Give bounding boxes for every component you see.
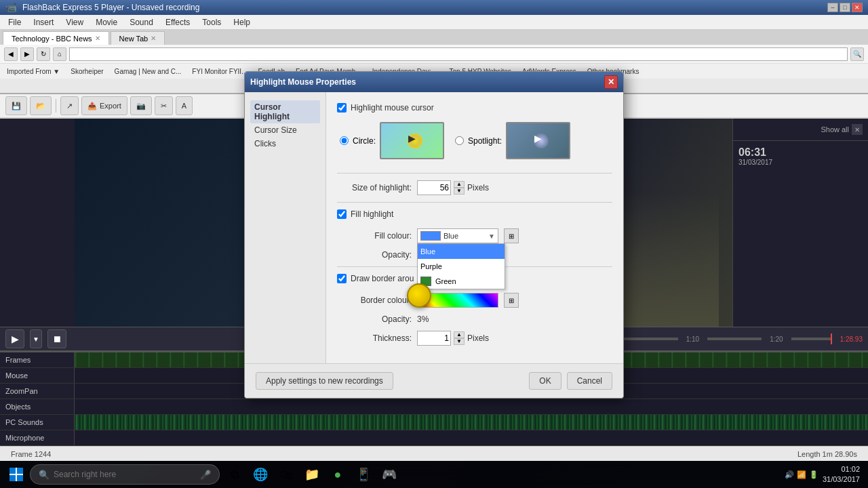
windows-logo-bl [9, 475, 16, 481]
size-label: Size of highlight: [337, 183, 412, 192]
thickness-input[interactable]: 1 [417, 331, 451, 346]
apply-settings-button[interactable]: Apply settings to new recordings [256, 372, 393, 390]
taskbar-app-edge[interactable]: 🌐 [248, 462, 273, 487]
taskbar-search-input[interactable] [54, 470, 196, 479]
border-colour-label: Border colour: [337, 296, 412, 305]
spotlight-radio[interactable] [455, 136, 464, 145]
thickness-row: Thickness: 1 ▲ ▼ Pixels [337, 331, 612, 346]
taskbar-apps: ⧉ 🌐 🛍 📁 ● 📱 🎮 [222, 462, 401, 487]
modal-close-button[interactable]: ✕ [604, 75, 618, 89]
taskbar-app-task-view[interactable]: ⧉ [222, 462, 247, 487]
tray-icon-3[interactable]: 🔋 [809, 470, 818, 479]
nav-cursor-size[interactable]: Cursor Size [250, 123, 320, 137]
drag-cursor-handle[interactable] [407, 283, 431, 308]
thickness-up-arrow[interactable]: ▲ [454, 331, 465, 338]
divider-1 [337, 173, 612, 174]
modal-footer-right: OK Cancel [529, 372, 612, 390]
size-up-arrow[interactable]: ▲ [454, 181, 465, 188]
colour-option-purple[interactable]: Purple [418, 259, 505, 274]
draw-border-checkbox[interactable] [337, 274, 347, 283]
thickness-spinner: ▲ ▼ [454, 331, 465, 345]
border-custom-colour-button[interactable]: ⊞ [504, 293, 519, 308]
spotlight-label: Spotlight: [468, 136, 502, 146]
fill-colour-value: Blue [441, 232, 488, 240]
ok-button[interactable]: OK [529, 372, 561, 390]
cursor-in-circle: ▶ [408, 133, 416, 144]
cursor-in-spotlight: ▶ [534, 133, 542, 144]
colour-option-blue[interactable]: Blue [418, 244, 505, 259]
cancel-button[interactable]: Cancel [567, 372, 612, 390]
spotlight-preview-thumb[interactable]: ▶ [506, 122, 570, 159]
fill-colour-label: Fill colour: [337, 231, 412, 241]
fill-colour-container: Blue ▼ Blue Purple Green [417, 228, 498, 243]
fill-highlight-row: Fill highlight [337, 209, 612, 219]
border-opacity-row: Opacity: 3% [337, 314, 612, 324]
colour-option-green[interactable]: Green [418, 274, 505, 289]
taskbar-right: 🔊 📶 🔋 01:02 31/03/2017 [785, 464, 865, 485]
spotlight-option: Spotlight: ▶ [455, 122, 570, 159]
clock-date: 31/03/2017 [823, 474, 860, 485]
modal-title: Highlight Mouse Properties [250, 77, 356, 87]
thickness-down-arrow[interactable]: ▼ [454, 338, 465, 345]
taskbar-search[interactable]: 🔍 🎤 [30, 464, 220, 485]
modal-body: Cursor Highlight Cursor Size Clicks High… [245, 92, 623, 363]
thickness-value-group: 1 ▲ ▼ Pixels [417, 331, 489, 346]
size-row: Size of highlight: 56 ▲ ▼ Pixels [337, 180, 612, 195]
opacity-label: Opacity: [337, 250, 412, 260]
highlight-mouse-dialog: Highlight Mouse Properties ✕ Cursor High… [244, 71, 624, 399]
size-input[interactable]: 56 [417, 180, 451, 195]
system-tray: 🔊 📶 🔋 [785, 470, 818, 479]
circle-radio[interactable] [340, 136, 349, 145]
circle-option: Circle: ▶ [340, 122, 444, 159]
size-unit: Pixels [467, 183, 489, 192]
windows-logo-icon [9, 468, 23, 481]
clock-time: 01:02 [823, 464, 860, 474]
draw-border-label: Draw border arou [351, 274, 414, 283]
fill-highlight-label: Fill highlight [351, 209, 393, 219]
thickness-label: Thickness: [337, 333, 412, 343]
taskbar-app-store[interactable]: 🛍 [274, 462, 298, 487]
taskbar-app-app1[interactable]: 📱 [351, 462, 376, 487]
nav-clicks[interactable]: Clicks [250, 137, 320, 150]
taskbar-app-chrome[interactable]: ● [326, 462, 350, 487]
tray-icon-1[interactable]: 🔊 [785, 470, 794, 479]
nav-cursor-highlight[interactable]: Cursor Highlight [250, 100, 320, 123]
custom-colour-button[interactable]: ⊞ [504, 228, 519, 243]
circle-label: Circle: [353, 136, 376, 146]
modal-main-content: Highlight mouse cursor Circle: ▶ S [326, 92, 623, 363]
border-opacity-label: Opacity: [337, 314, 412, 324]
taskbar-mic-icon: 🎤 [200, 470, 211, 480]
border-opacity-value: 3% [417, 314, 429, 324]
size-value-group: 56 ▲ ▼ Pixels [417, 180, 489, 195]
taskbar-app-app2[interactable]: 🎮 [377, 462, 401, 487]
clock[interactable]: 01:02 31/03/2017 [823, 464, 860, 485]
fill-colour-dropdown[interactable]: Blue ▼ [417, 228, 498, 243]
tray-icon-2[interactable]: 📶 [797, 470, 806, 479]
dropdown-arrow-icon: ▼ [488, 232, 495, 240]
highlight-cursor-checkbox[interactable] [337, 103, 347, 113]
windows-logo-br [17, 475, 23, 481]
size-spinner: ▲ ▼ [454, 181, 465, 195]
modal-footer: Apply settings to new recordings OK Canc… [245, 363, 623, 398]
modal-title-bar: Highlight Mouse Properties ✕ [245, 72, 623, 92]
highlight-mouse-row: Highlight mouse cursor [337, 103, 612, 113]
start-button[interactable] [3, 461, 30, 488]
divider-2 [337, 202, 612, 203]
taskbar: 🔍 🎤 ⧉ 🌐 🛍 📁 ● 📱 🎮 🔊 📶 🔋 01:02 31/03/2017 [0, 461, 868, 488]
fill-colour-row: Fill colour: Blue ▼ Blue Purple [337, 228, 612, 243]
windows-logo-tr [17, 468, 23, 474]
fill-colour-swatch [420, 231, 441, 241]
fill-highlight-checkbox[interactable] [337, 209, 347, 219]
highlight-cursor-label: Highlight mouse cursor [351, 103, 434, 113]
highlight-options: Circle: ▶ Spotlight: ▶ [337, 122, 612, 159]
windows-logo-tl [9, 468, 16, 474]
taskbar-app-explorer[interactable]: 📁 [300, 462, 324, 487]
modal-nav: Cursor Highlight Cursor Size Clicks [245, 92, 326, 363]
border-colour-row: Border colour: ⊞ [337, 293, 612, 308]
colour-dropdown-list: Blue Purple Green [417, 243, 505, 289]
circle-preview-thumb[interactable]: ▶ [380, 122, 444, 159]
taskbar-search-icon: 🔍 [39, 470, 50, 480]
thickness-unit: Pixels [467, 333, 489, 343]
size-down-arrow[interactable]: ▼ [454, 188, 465, 195]
modal-overlay: Highlight Mouse Properties ✕ Cursor High… [0, 0, 868, 488]
